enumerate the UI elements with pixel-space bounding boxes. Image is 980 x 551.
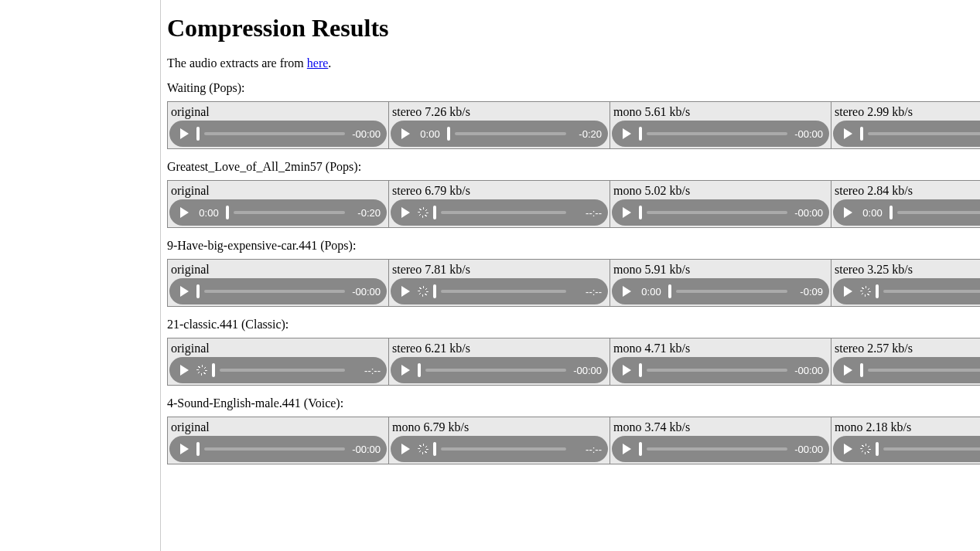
audio-player[interactable]: -00:00 (391, 357, 608, 383)
audio-player[interactable]: 0:00 (833, 199, 980, 226)
seek-track[interactable] (441, 290, 566, 293)
audio-player[interactable]: -00:00 (612, 436, 829, 462)
play-icon[interactable] (401, 365, 410, 376)
seek-track[interactable] (220, 369, 345, 372)
seek-thumb[interactable] (433, 284, 436, 298)
intro-text-suffix: . (328, 56, 331, 70)
loading-spinner-icon (860, 444, 871, 454)
seek-thumb[interactable] (668, 284, 671, 298)
seek-thumb[interactable] (447, 127, 450, 141)
play-icon[interactable] (401, 207, 410, 218)
audio-player[interactable]: 0:00-0:09 (612, 278, 829, 304)
play-icon[interactable] (623, 286, 631, 297)
seek-track[interactable] (676, 290, 787, 293)
seek-track[interactable] (441, 447, 566, 451)
audio-player[interactable]: -00:00 (169, 436, 387, 462)
main-content: Compression Results The audio extracts a… (167, 14, 980, 464)
seek-track[interactable] (204, 132, 345, 135)
play-icon[interactable] (180, 128, 189, 139)
play-icon[interactable] (844, 207, 852, 218)
audio-cell: mono 6.79 kb/s--:-- (389, 417, 610, 464)
audio-variant-label: original (169, 261, 387, 277)
seek-thumb[interactable] (876, 442, 879, 456)
seek-thumb[interactable] (418, 363, 421, 377)
seek-track[interactable] (441, 211, 566, 214)
audio-player[interactable] (833, 436, 980, 462)
audio-player[interactable] (833, 278, 980, 304)
seek-thumb[interactable] (639, 442, 642, 456)
seek-thumb[interactable] (433, 442, 436, 456)
audio-variant-label: mono 4.71 kb/s (612, 340, 829, 355)
seek-track[interactable] (868, 132, 980, 135)
play-icon[interactable] (844, 444, 852, 454)
play-icon[interactable] (180, 286, 189, 297)
seek-thumb[interactable] (433, 206, 436, 219)
audio-player[interactable]: -00:00 (169, 278, 387, 304)
play-icon[interactable] (180, 444, 189, 454)
seek-track[interactable] (647, 447, 787, 451)
current-time: 0:00 (639, 286, 664, 298)
seek-thumb[interactable] (212, 363, 215, 377)
seek-thumb[interactable] (639, 363, 642, 377)
seek-track[interactable] (204, 290, 345, 293)
play-icon[interactable] (401, 128, 410, 139)
audio-player[interactable]: --:-- (391, 278, 608, 304)
audio-cell: original--:-- (168, 338, 389, 385)
audio-player[interactable]: -00:00 (612, 357, 829, 383)
seek-thumb[interactable] (196, 442, 200, 456)
seek-track[interactable] (647, 132, 787, 135)
audio-player[interactable] (833, 121, 980, 147)
remaining-time: -00:00 (792, 207, 823, 219)
audio-variant-label: mono 5.91 kb/s (612, 261, 829, 277)
play-icon[interactable] (623, 128, 631, 139)
seek-track[interactable] (234, 211, 345, 214)
audio-player[interactable]: --:-- (169, 357, 387, 383)
play-icon[interactable] (180, 207, 189, 218)
audio-row: original0:00-0:20stereo 6.79 kb/s--:--mo… (167, 180, 980, 228)
seek-track[interactable] (647, 369, 787, 372)
play-icon[interactable] (623, 444, 631, 454)
remaining-time: --:-- (350, 365, 381, 376)
audio-player[interactable]: 0:00-0:20 (169, 199, 387, 226)
seek-track[interactable] (897, 211, 980, 214)
play-icon[interactable] (623, 365, 631, 376)
audio-cell: stereo 7.26 kb/s0:00-0:20 (389, 102, 610, 148)
audio-player[interactable]: --:-- (391, 199, 608, 226)
play-icon[interactable] (401, 286, 410, 297)
play-icon[interactable] (844, 365, 852, 376)
play-icon[interactable] (844, 286, 852, 297)
seek-track[interactable] (883, 447, 980, 451)
audio-variant-label: stereo 7.26 kb/s (391, 104, 608, 119)
play-icon[interactable] (623, 207, 631, 218)
play-icon[interactable] (180, 365, 189, 376)
seek-thumb[interactable] (860, 127, 863, 141)
seek-thumb[interactable] (196, 284, 200, 298)
seek-track[interactable] (883, 290, 980, 293)
play-icon[interactable] (844, 128, 852, 139)
seek-track[interactable] (204, 447, 345, 451)
audio-player[interactable]: -00:00 (169, 121, 387, 147)
seek-thumb[interactable] (196, 127, 200, 141)
seek-track[interactable] (868, 369, 980, 372)
play-icon[interactable] (401, 444, 410, 454)
audio-player[interactable]: 0:00-0:20 (391, 121, 608, 147)
seek-thumb[interactable] (639, 127, 642, 141)
seek-thumb[interactable] (860, 363, 863, 377)
seek-thumb[interactable] (876, 284, 879, 298)
seek-track[interactable] (455, 132, 566, 135)
seek-thumb[interactable] (890, 206, 893, 219)
seek-thumb[interactable] (639, 206, 642, 219)
audio-player[interactable]: -00:00 (612, 199, 829, 226)
audio-player[interactable]: -00:00 (612, 121, 829, 147)
audio-cell: stereo 7.81 kb/s--:-- (389, 260, 610, 306)
seek-thumb[interactable] (226, 206, 229, 219)
audio-cell: original-00:00 (168, 417, 389, 464)
seek-track[interactable] (647, 211, 787, 214)
seek-track[interactable] (425, 369, 566, 372)
audio-cell: stereo 2.99 kb/s (831, 102, 980, 148)
audio-player[interactable]: --:-- (391, 436, 608, 462)
audio-player[interactable] (833, 357, 980, 383)
audio-variant-label: mono 5.02 kb/s (612, 182, 829, 198)
source-link[interactable]: here (307, 56, 329, 70)
audio-variant-label: original (169, 340, 387, 355)
